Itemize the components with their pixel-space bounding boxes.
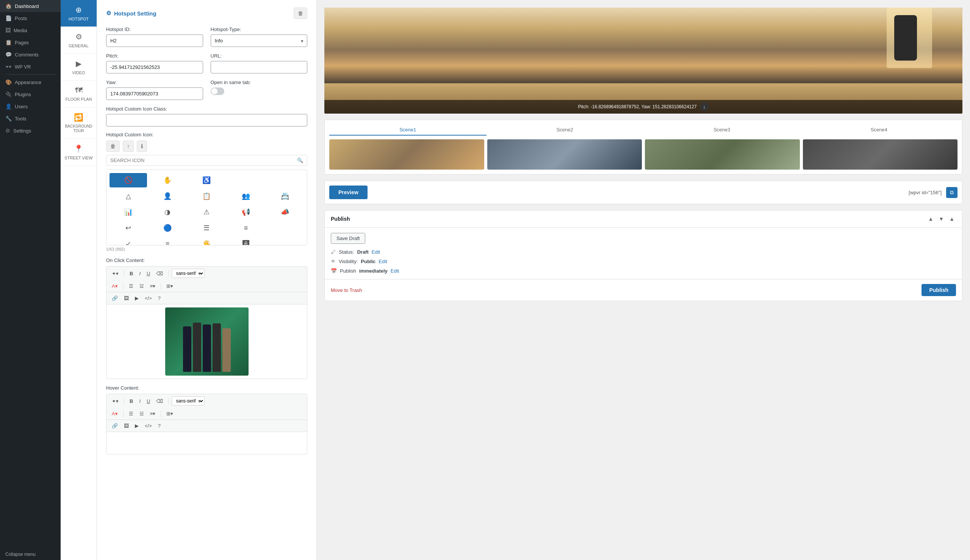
- italic-btn[interactable]: I: [137, 269, 143, 278]
- hover-underline-btn[interactable]: U: [144, 397, 152, 405]
- save-draft-button[interactable]: Save Draft: [331, 233, 365, 244]
- hover-code-btn[interactable]: </>: [142, 422, 154, 430]
- hotspot-type-select[interactable]: Info Scene URL Custom: [211, 35, 308, 47]
- icon-delete-btn[interactable]: 🗑: [106, 140, 120, 152]
- visibility-edit-link[interactable]: Edit: [379, 258, 387, 264]
- scene-tab-scene4[interactable]: Scene4: [801, 125, 958, 135]
- publish-button[interactable]: Publish: [922, 284, 956, 296]
- sidebar-item-tools[interactable]: 🔧 Tools: [0, 112, 61, 125]
- table-btn[interactable]: ⊞▾: [164, 282, 175, 290]
- sidebar-item-comments[interactable]: 💬 Comments: [0, 48, 61, 61]
- sidebar-item-plugins[interactable]: 🔌 Plugins: [0, 88, 61, 100]
- hover-text-color-btn[interactable]: A▾: [110, 409, 120, 418]
- hover-help-btn[interactable]: ?: [156, 422, 163, 430]
- icon-item-card2[interactable]: 📇: [266, 189, 304, 203]
- hover-list-ol-btn[interactable]: ☱: [137, 409, 146, 418]
- hover-content-editor[interactable]: [106, 432, 307, 454]
- hover-bold-btn[interactable]: B: [127, 397, 135, 405]
- icon-item-accessible[interactable]: ♿: [188, 173, 225, 187]
- icon-item-bar[interactable]: 📊: [110, 205, 147, 219]
- icon-item-lines2[interactable]: ≡: [227, 221, 264, 235]
- code-btn[interactable]: </>: [142, 294, 154, 303]
- hover-eraser-btn[interactable]: ⌫: [154, 397, 165, 405]
- icon-item-triangle[interactable]: △: [110, 189, 147, 203]
- yaw-input[interactable]: [106, 87, 203, 100]
- hover-align-btn[interactable]: ≡▾: [148, 409, 158, 418]
- icon-item-align[interactable]: ↙: [110, 237, 147, 245]
- download-pitch-btn[interactable]: ↓: [700, 102, 709, 111]
- scene-thumb-2[interactable]: [487, 139, 642, 170]
- icon-item-users[interactable]: 👥: [227, 189, 264, 203]
- sidebar-item-posts[interactable]: 📄 Posts: [0, 12, 61, 24]
- publish-collapse-up[interactable]: ▲: [927, 215, 935, 223]
- media-btn[interactable]: ▶: [133, 294, 141, 303]
- icon-info-btn[interactable]: ℹ: [137, 140, 147, 152]
- list-ol-btn[interactable]: ☱: [137, 282, 146, 290]
- icon-item-a[interactable]: 🅰: [227, 237, 264, 245]
- icon-item-dot[interactable]: 🔵: [149, 221, 186, 235]
- icon-item-card[interactable]: 📋: [188, 189, 225, 203]
- sidebar-item-dashboard[interactable]: 🏠 Dashboard: [0, 0, 61, 12]
- bold-btn[interactable]: B: [127, 269, 135, 278]
- icon-item-lines3[interactable]: ≡: [149, 237, 186, 245]
- copy-shortcode-btn[interactable]: ⧉: [946, 187, 958, 198]
- delete-hotspot-button[interactable]: 🗑: [294, 8, 307, 19]
- hover-table-btn[interactable]: ⊞▾: [164, 409, 175, 418]
- publish-time-edit-link[interactable]: Edit: [391, 268, 399, 274]
- sidebar-item-media[interactable]: 🖼 Media: [0, 24, 61, 37]
- icon-item-ad2[interactable]: 📣: [266, 205, 304, 219]
- icon-item-ban[interactable]: 🚫: [110, 173, 147, 187]
- eraser-btn[interactable]: ⌫: [154, 269, 165, 278]
- sidebar-item-street-view[interactable]: 📍 STREET VIEW: [61, 139, 97, 166]
- pitch-input[interactable]: [106, 61, 203, 73]
- preview-button[interactable]: Preview: [329, 185, 367, 199]
- icon-item-tri2[interactable]: ⚠: [188, 205, 225, 219]
- sidebar-item-video[interactable]: ▶ VIDEO: [61, 54, 97, 81]
- sidebar-item-pages[interactable]: 📋 Pages: [0, 37, 61, 48]
- hover-font-select[interactable]: sans-serif: [172, 397, 205, 405]
- icon-item-stop[interactable]: 🖐: [188, 237, 225, 245]
- align-btn[interactable]: ≡▾: [148, 282, 158, 290]
- sidebar-item-floor-plan[interactable]: 🗺 FLOOR PLAN: [61, 81, 97, 108]
- sidebar-item-appearance[interactable]: 🎨 Appearance: [0, 76, 61, 88]
- image-btn[interactable]: 🖼: [122, 294, 131, 303]
- format-btn[interactable]: ✦▾: [110, 269, 121, 278]
- scene-thumb-3[interactable]: [645, 139, 800, 170]
- move-to-trash-link[interactable]: Move to Trash: [331, 287, 362, 293]
- sidebar-item-settings[interactable]: ⚙ Settings: [0, 125, 61, 137]
- icon-search-input[interactable]: [110, 158, 294, 163]
- hover-media-btn[interactable]: ▶: [133, 422, 141, 430]
- on-click-editor[interactable]: [106, 304, 307, 379]
- icon-item-lines[interactable]: ☰: [188, 221, 225, 235]
- sidebar-item-wpvr[interactable]: 👓 WP VR: [0, 61, 61, 73]
- open-tab-toggle[interactable]: [211, 87, 224, 95]
- link-btn[interactable]: 🔗: [110, 294, 120, 303]
- collapse-menu-btn[interactable]: Collapse menu: [0, 548, 61, 560]
- hover-image-btn[interactable]: 🖼: [122, 422, 131, 430]
- scene-tab-scene2[interactable]: Scene2: [486, 125, 644, 135]
- sidebar-item-general[interactable]: ⚙ GENERAL: [61, 27, 97, 54]
- list-ul-btn[interactable]: ☰: [127, 282, 136, 290]
- hover-list-ul-btn[interactable]: ☰: [127, 409, 136, 418]
- hover-format-btn[interactable]: ✦▾: [110, 397, 121, 405]
- font-select[interactable]: sans-serif: [172, 269, 205, 278]
- icon-item-ad[interactable]: 📢: [227, 205, 264, 219]
- sidebar-item-hotspot[interactable]: ⊕ HOTSPOT: [61, 0, 97, 27]
- hover-italic-btn[interactable]: I: [137, 397, 143, 405]
- hotspot-id-input[interactable]: [106, 35, 203, 47]
- scene-thumb-1[interactable]: [329, 139, 484, 170]
- publish-collapse-down[interactable]: ▼: [937, 215, 945, 223]
- sidebar-item-background-tour[interactable]: 🔁 BACKGROUND TOUR: [61, 108, 97, 139]
- url-input[interactable]: [211, 61, 308, 73]
- custom-icon-class-input[interactable]: [106, 114, 307, 127]
- help-btn[interactable]: ?: [156, 294, 163, 303]
- hover-link-btn[interactable]: 🔗: [110, 422, 120, 430]
- scene-tab-scene3[interactable]: Scene3: [643, 125, 801, 135]
- sidebar-item-users[interactable]: 👤 Users: [0, 100, 61, 112]
- publish-close[interactable]: ▲: [948, 215, 956, 223]
- icon-item-hand[interactable]: ✋: [149, 173, 186, 187]
- scene-tab-scene1[interactable]: Scene1: [329, 125, 486, 135]
- icon-upload-btn[interactable]: ↑: [123, 140, 134, 152]
- icon-item-undo[interactable]: ↩: [110, 221, 147, 235]
- icon-item-user[interactable]: 👤: [149, 189, 186, 203]
